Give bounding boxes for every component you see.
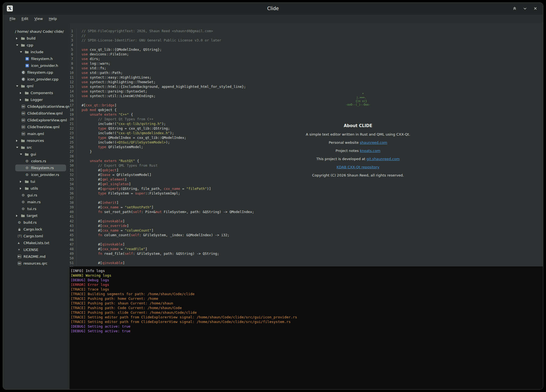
tree-item-resources[interactable]: resources xyxy=(3,137,69,144)
code-line[interactable]: 10use std::path::Path; xyxy=(70,70,543,75)
tree-item-filesystem-h[interactable]: Hfilesystem.h xyxy=(3,55,69,62)
menu-item-edit[interactable]: Edit xyxy=(19,16,31,22)
code-line[interactable]: 5use cxx_qt_lib::{QModelIndex, QString}; xyxy=(70,47,543,52)
link-shaunreed-com[interactable]: shaunreed.com xyxy=(360,140,387,145)
chevron-right-icon[interactable] xyxy=(16,140,21,142)
code-line[interactable]: 38 #[inherit] xyxy=(70,200,543,205)
tree-item-icon-provider-cpp[interactable]: Cicon_provider.cpp xyxy=(3,76,69,83)
tree-item-clidetreeview-qml[interactable]: QtClideTreeView.qml xyxy=(3,124,69,130)
code-editor[interactable]: 1// SPDX-FileCopyrightText: 2026, Shaun … xyxy=(70,23,543,267)
tree-item-cpp[interactable]: cpp xyxy=(3,42,69,49)
rust-file-icon: ⚙ xyxy=(25,173,30,176)
code-line[interactable]: 40 fn set_root_path(self: Pin<&mut FileS… xyxy=(70,210,543,214)
link-kdab-cxx-qt-repository[interactable]: KDAB CXX-Qt repository xyxy=(337,165,380,169)
code-line[interactable]: 2// xyxy=(70,33,543,38)
code-line[interactable]: 12use syntect::highlighting::ThemeSet; xyxy=(70,80,543,84)
tree-item-cargo-toml[interactable]: [T]Cargo.toml xyxy=(3,233,69,240)
tree-item-clideapplicationview-qml[interactable]: QtClideApplicationView.qml xyxy=(3,103,69,110)
code-line[interactable]: 49 fn read_file(self: &FileSystem, path:… xyxy=(70,251,543,256)
code-line[interactable]: 52 xyxy=(70,265,543,267)
code-line[interactable]: 42 #[qinvokable] xyxy=(70,219,543,223)
chevron-down-icon[interactable] xyxy=(20,154,25,155)
code-line[interactable]: 1// SPDX-FileCopyrightText: 2026, Shaun … xyxy=(70,29,543,33)
code-line[interactable]: 47 #[qinvokable] xyxy=(70,242,543,247)
tree-item-clideexplorerview-qml[interactable]: QtClideExplorerView.qml xyxy=(3,117,69,124)
code-line[interactable]: 11use syntect::easy::HighlightLines; xyxy=(70,75,543,80)
code-line[interactable]: 44 #[cxx_name = "columnCount"] xyxy=(70,228,543,233)
tree-item-src[interactable]: src xyxy=(3,144,69,151)
line-number: 42 xyxy=(70,219,77,223)
code-line[interactable]: 39 #[cxx_name = "setRootPath"] xyxy=(70,205,543,210)
code-line[interactable]: 50 xyxy=(70,256,543,261)
tree-item-target[interactable]: target xyxy=(3,212,69,219)
code-line[interactable]: 46 xyxy=(70,237,543,242)
tree-item-tui[interactable]: tui xyxy=(3,178,69,185)
tree-item-qml[interactable]: qml xyxy=(3,83,69,89)
chevron-right-icon[interactable] xyxy=(16,215,21,217)
menu-item-view[interactable]: View xyxy=(32,16,46,22)
log-console[interactable]: [INFO] Info logs[WARN] Warning logs[DEBU… xyxy=(70,267,543,389)
tree-item-cmakelists-txt[interactable]: ▲CMakeLists.txt xyxy=(3,240,69,246)
tree-item-utils[interactable]: utils xyxy=(3,185,69,192)
chevron-down-icon[interactable] xyxy=(16,147,21,148)
chevron-right-icon[interactable] xyxy=(20,99,25,101)
line-number: 7 xyxy=(70,56,77,61)
code-line[interactable]: 3// SPDX-License-Identifier: GNU General… xyxy=(70,38,543,43)
code-text: unsafe extern "C++" { xyxy=(77,112,133,117)
tree-item-gui-rs[interactable]: ⚙gui.rs xyxy=(3,192,69,199)
menu-item-help[interactable]: Help xyxy=(46,16,60,22)
shade-window-button[interactable] xyxy=(511,5,518,12)
app-icon[interactable]: X xyxy=(7,5,13,11)
tree-item-tui-rs[interactable]: ⚙tui.rs xyxy=(3,205,69,212)
link-knoats-com[interactable]: knoats.com xyxy=(360,149,380,153)
chevron-down-icon[interactable] xyxy=(20,51,25,53)
tree-item-include[interactable]: include xyxy=(3,49,69,55)
chevron-right-icon[interactable] xyxy=(16,37,21,40)
tree-item-resources-qrc[interactable]: Qtresources.qrc xyxy=(3,260,69,267)
tree-item-cargo-lock[interactable]: Cargo.lock xyxy=(3,226,69,233)
code-line[interactable]: 45 fn column_count(self: &FileSystem, _i… xyxy=(70,233,543,237)
code-line[interactable]: 7use dirs; xyxy=(70,56,543,61)
code-line[interactable]: 37 xyxy=(70,196,543,200)
code-text: #[cxx_name = "readFile"] xyxy=(77,247,147,251)
code-line[interactable]: 41 xyxy=(70,214,543,219)
code-text: type QModelIndex = cxx_qt_lib::QModelInd… xyxy=(77,135,186,140)
tree-item-icon-provider-rs[interactable]: ⚙icon_provider.rs xyxy=(3,171,69,178)
code-line[interactable]: 6use devicons::FileIcon; xyxy=(70,52,543,56)
link-git-shaunreed-com[interactable]: git.shaunreed.com xyxy=(366,157,400,161)
chevron-right-icon[interactable] xyxy=(20,187,25,190)
code-line[interactable]: 13use syntect::html::{IncludeBackground,… xyxy=(70,84,543,89)
code-line[interactable]: 48 #[cxx_name = "readFile"] xyxy=(70,247,543,251)
chevron-down-icon[interactable] xyxy=(16,44,21,46)
code-line[interactable]: 9use std::fs; xyxy=(70,66,543,70)
tree-item-main-rs[interactable]: ⚙main.rs xyxy=(3,199,69,205)
tree-item-readme-md[interactable]: M↓README.md xyxy=(3,253,69,260)
tree-item-components[interactable]: Components xyxy=(3,89,69,96)
tree-item-main-qml[interactable]: Qtmain.qml xyxy=(3,130,69,137)
code-line[interactable]: 35 #[qproperty(QString, file_path, cxx_n… xyxy=(70,186,543,191)
tree-item-clideeditorview-qml[interactable]: QtClideEditorView.qml xyxy=(3,110,69,117)
tree-item-build-rs[interactable]: ⚙build.rs xyxy=(3,219,69,226)
tree-item-filesystem-cpp[interactable]: Cfilesystem.cpp xyxy=(3,69,69,76)
code-line[interactable]: 51 #[qinvokable] xyxy=(70,261,543,265)
code-line[interactable]: 8use log::warn; xyxy=(70,61,543,66)
chevron-down-icon[interactable] xyxy=(16,85,21,87)
tree-root-path[interactable]: / home/ shaun/ Code/ clide/ xyxy=(3,28,69,35)
tree-item-build[interactable]: build xyxy=(3,35,69,42)
chevron-right-icon[interactable] xyxy=(20,181,25,183)
code-line[interactable]: 36 type FileSystem = super::FileSystemIm… xyxy=(70,191,543,196)
tree-item-icon-provider-h[interactable]: Hicon_provider.h xyxy=(3,62,69,69)
tree-item-license[interactable]: ✶LICENSE xyxy=(3,246,69,253)
chevron-right-icon[interactable] xyxy=(20,92,25,94)
tree-item-filesystem-rs[interactable]: ⚙filesystem.rs xyxy=(15,164,66,171)
minimize-button[interactable] xyxy=(522,5,528,12)
close-button[interactable] xyxy=(532,5,539,12)
tree-item-logger[interactable]: Logger xyxy=(3,96,69,103)
code-line[interactable]: 43 #[cxx_override] xyxy=(70,223,543,228)
tree-item-gui[interactable]: gui xyxy=(3,151,69,158)
code-line[interactable]: 4 xyxy=(70,43,543,47)
tree-item-label: ClideTreeView.qml xyxy=(27,125,59,129)
menu-item-file[interactable]: File xyxy=(7,16,18,22)
tree-item-colors-rs[interactable]: ⚙colors.rs xyxy=(3,158,69,164)
code-line[interactable]: 34 #[qml_singleton] xyxy=(70,182,543,186)
